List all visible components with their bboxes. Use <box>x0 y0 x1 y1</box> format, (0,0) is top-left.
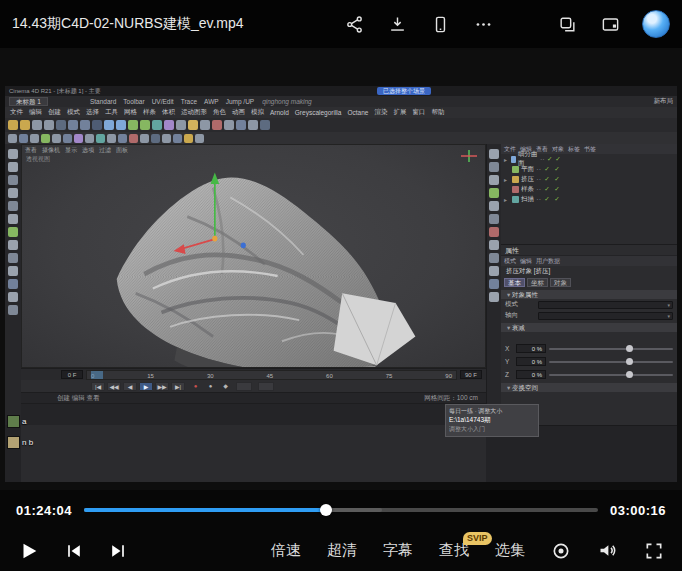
tool-icon[interactable] <box>8 292 18 302</box>
expander-icon[interactable] <box>504 156 509 163</box>
tool-icon[interactable] <box>85 134 94 143</box>
tool-icon[interactable] <box>176 120 186 130</box>
enabled-check-icon[interactable] <box>543 185 551 193</box>
tool-icon[interactable] <box>489 279 499 289</box>
mini-player-icon[interactable] <box>599 13 621 35</box>
c4d-layout-tab[interactable]: Standard <box>90 98 116 105</box>
tool-icon[interactable] <box>8 214 18 224</box>
tool-icon[interactable] <box>8 188 18 198</box>
c4d-layout-tab[interactable]: Trace <box>181 98 197 105</box>
slider[interactable] <box>549 348 673 350</box>
tool-icon[interactable] <box>195 134 204 143</box>
tool-icon[interactable] <box>224 120 234 130</box>
tool-icon[interactable] <box>19 134 28 143</box>
phone-icon[interactable] <box>429 13 451 35</box>
tool-icon[interactable] <box>8 134 17 143</box>
tool-icon[interactable] <box>129 134 138 143</box>
tool-icon[interactable] <box>140 120 150 130</box>
tool-icon[interactable] <box>489 188 499 198</box>
tool-icon[interactable] <box>236 120 246 130</box>
expander-icon[interactable] <box>504 176 510 183</box>
transport-option-box[interactable] <box>258 382 274 391</box>
avatar[interactable] <box>642 10 670 38</box>
tool-icon[interactable] <box>489 240 499 250</box>
tool-icon[interactable] <box>489 162 499 172</box>
attribute-tab[interactable]: 基本 <box>504 278 525 287</box>
c4d-menu-item[interactable]: 选择 <box>86 108 99 117</box>
c4d-menu-item[interactable]: 模式 <box>67 108 80 117</box>
c4d-menu-item[interactable]: Arnold <box>270 109 289 116</box>
record-icon[interactable] <box>191 382 200 391</box>
timeline-ruler[interactable]: 0153045607590 <box>86 370 457 380</box>
section-header[interactable]: 衰减 <box>501 323 677 332</box>
section-header[interactable]: 对象属性 <box>501 290 677 299</box>
fullscreen-icon[interactable] <box>644 541 664 561</box>
c4d-layout-tab[interactable]: Jump /UP <box>226 98 255 105</box>
attribute-tab[interactable]: 对象 <box>550 278 571 287</box>
tool-icon[interactable] <box>489 253 499 263</box>
tool-icon[interactable] <box>80 120 90 130</box>
enabled-check-icon[interactable] <box>553 175 561 183</box>
next-button[interactable] <box>108 541 128 561</box>
autokey-icon[interactable] <box>221 382 230 391</box>
c4d-menu-item[interactable]: 窗口 <box>412 108 425 117</box>
tool-icon[interactable] <box>8 266 18 276</box>
transport-button[interactable]: ◀ <box>123 382 137 391</box>
tool-icon[interactable] <box>162 134 171 143</box>
tool-icon[interactable] <box>173 134 182 143</box>
c4d-menu-item[interactable]: 样条 <box>143 108 156 117</box>
c4d-menu-item[interactable]: 创建 <box>48 108 61 117</box>
volume-icon[interactable] <box>597 540 618 561</box>
start-frame-field[interactable]: 0 F <box>61 370 83 379</box>
tool-icon[interactable] <box>489 175 499 185</box>
tool-icon[interactable] <box>248 120 258 130</box>
tool-icon[interactable] <box>128 120 138 130</box>
keyframe-icon[interactable] <box>206 382 215 391</box>
visibility-dots-icon[interactable] <box>536 166 541 173</box>
object-manager-menu-item[interactable]: 文件 <box>504 145 516 154</box>
tool-icon[interactable] <box>489 227 499 237</box>
object-manager-menu-item[interactable]: 对象 <box>552 145 564 154</box>
transport-button[interactable]: ◀◀ <box>107 382 121 391</box>
viewport-menu-item[interactable]: 面板 <box>116 146 128 155</box>
progress-bar[interactable] <box>84 508 598 512</box>
material-swatch[interactable] <box>7 436 20 449</box>
attribute-menu-item[interactable]: 编辑 <box>520 257 532 266</box>
play-button[interactable] <box>18 540 40 562</box>
material-item[interactable]: n b <box>7 433 47 451</box>
tool-icon[interactable] <box>8 253 18 263</box>
tool-icon[interactable] <box>118 134 127 143</box>
end-frame-field[interactable]: 90 F <box>460 370 482 379</box>
enabled-check-icon[interactable] <box>553 195 561 203</box>
tool-icon[interactable] <box>8 305 18 315</box>
tool-icon[interactable] <box>30 134 39 143</box>
value-field[interactable]: 0 % <box>516 344 546 353</box>
object-manager-menu-item[interactable]: 标签 <box>568 145 580 154</box>
tool-icon[interactable] <box>164 120 174 130</box>
tool-icon[interactable] <box>20 120 30 130</box>
object-row[interactable]: 平面 <box>501 164 677 174</box>
c4d-menu-item[interactable]: 角色 <box>213 108 226 117</box>
object-manager-menu-item[interactable]: 书签 <box>584 145 596 154</box>
progress-knob[interactable] <box>320 504 332 516</box>
settings-icon[interactable] <box>551 541 571 561</box>
video-frame[interactable]: Cinema 4D R21 - [未标题 1] - 主要 已选择整个场景 未标题… <box>0 48 682 490</box>
tool-icon[interactable] <box>151 134 160 143</box>
expander-icon[interactable] <box>504 196 510 203</box>
tool-icon[interactable] <box>200 120 210 130</box>
c4d-menu-item[interactable]: 帮助 <box>431 108 444 117</box>
attribute-menu-item[interactable]: 用户数据 <box>536 257 560 266</box>
c4d-menu-item[interactable]: 运动图形 <box>181 108 207 117</box>
tool-icon[interactable] <box>116 120 126 130</box>
c4d-menu-item[interactable]: Octane <box>347 109 368 116</box>
visibility-dots-icon[interactable] <box>536 196 541 203</box>
tool-icon[interactable] <box>489 201 499 211</box>
tool-icon[interactable] <box>8 149 18 159</box>
download-icon[interactable] <box>386 13 408 35</box>
tool-icon[interactable] <box>8 162 18 172</box>
speed-button[interactable]: 倍速 <box>271 541 301 560</box>
c4d-doc-tab[interactable]: 未标题 1 <box>9 97 48 106</box>
tool-icon[interactable] <box>188 120 198 130</box>
c4d-menu-item[interactable]: 体积 <box>162 108 175 117</box>
tool-icon[interactable] <box>68 120 78 130</box>
